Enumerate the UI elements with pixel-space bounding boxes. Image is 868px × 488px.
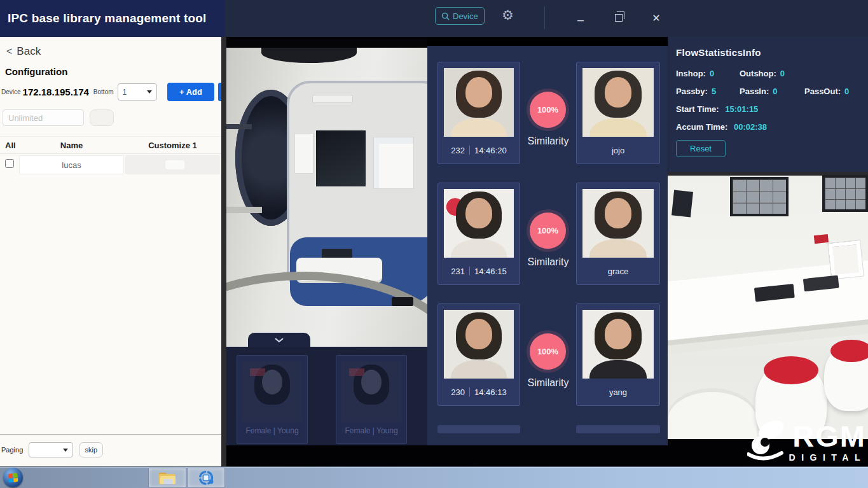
skip-button[interactable]: skip xyxy=(79,442,103,457)
library-name: jojo xyxy=(612,146,624,155)
scene-device xyxy=(754,284,795,302)
stat-outshop: Outshop:0 xyxy=(740,69,804,78)
start-time-label: Start Time: xyxy=(676,104,719,114)
detection-id-badge xyxy=(349,368,364,376)
capture-card[interactable]: 230 14:46:13 xyxy=(437,303,520,406)
library-card[interactable]: yang xyxy=(576,303,660,406)
device-row: Device 172.18.195.174 Bottom 1 xyxy=(1,83,157,101)
flow-stats-grid: Inshop:0 Outshop:0 Passby:5 PassIn:0 Pas… xyxy=(676,69,868,96)
disabled-confirm-button[interactable] xyxy=(90,109,114,126)
restore-button[interactable] xyxy=(609,9,628,27)
photo-torso xyxy=(589,239,647,258)
scene-device xyxy=(803,275,839,292)
capture-card[interactable]: 232 14:46:20 xyxy=(437,62,520,164)
stat-label: PassOut: xyxy=(804,87,841,96)
device-search-box[interactable]: Device xyxy=(435,7,485,25)
photo-torso xyxy=(451,360,507,379)
capture-card[interactable]: 231 14:46:15 xyxy=(437,183,520,285)
limit-input[interactable] xyxy=(3,109,84,126)
chevron-down-icon xyxy=(63,449,68,452)
camera-letterbox xyxy=(226,37,427,48)
library-card[interactable]: grace xyxy=(576,183,660,285)
scene-stool xyxy=(824,345,868,411)
main-camera-feed xyxy=(226,48,427,347)
detection-photo xyxy=(341,361,401,422)
capture-id: 231 xyxy=(451,267,465,276)
reset-button[interactable]: Reset xyxy=(676,140,726,157)
similarity-badge: 100% xyxy=(530,92,566,128)
close-button[interactable]: ✕ xyxy=(647,9,666,27)
detection-id-badge xyxy=(250,368,265,376)
bottom-label: Bottom xyxy=(93,88,114,95)
library-name: grace xyxy=(608,267,629,276)
taskbar-explorer-button[interactable] xyxy=(148,468,186,488)
photo-torso xyxy=(589,360,647,379)
scene-overhead-sign xyxy=(261,48,357,63)
paging-row: Paging skip xyxy=(1,440,103,459)
gear-icon[interactable]: ⚙ xyxy=(502,8,514,22)
scene-sign xyxy=(312,95,353,103)
photo-torso xyxy=(451,239,507,258)
scene-poster xyxy=(373,137,414,189)
scene-shelf xyxy=(226,207,262,213)
similarity-badge: 100% xyxy=(530,333,566,370)
library-name: yang xyxy=(609,387,627,397)
back-button[interactable]: < Back xyxy=(6,45,41,58)
library-photo xyxy=(582,310,654,379)
panel-scrollbar[interactable] xyxy=(221,37,226,466)
row-checkbox[interactable] xyxy=(5,159,14,168)
row-name: lucas xyxy=(19,155,124,174)
capture-id: 232 xyxy=(451,146,465,155)
capture-photo xyxy=(444,68,514,137)
bottom-select[interactable]: 1 xyxy=(118,83,157,101)
minimize-button[interactable]: – xyxy=(571,9,590,27)
windows-taskbar xyxy=(0,466,868,488)
back-label: Back xyxy=(17,45,41,58)
match-row: 231 14:46:15 100% Similarity grace xyxy=(427,183,668,285)
library-table: All Name Customize 1 lucas xyxy=(0,136,221,176)
capture-photo xyxy=(444,189,514,258)
stat-value: 0 xyxy=(710,69,714,78)
scene-stool-seat xyxy=(830,340,868,362)
app-window: IPC base library management tool Device … xyxy=(0,0,868,488)
stat-spacer xyxy=(804,69,868,78)
accum-time-row: Accum Time: 00:02:38 xyxy=(676,122,868,132)
start-button[interactable] xyxy=(3,468,23,487)
library-card[interactable]: jojo xyxy=(576,62,660,164)
topbar-divider xyxy=(544,6,545,29)
scene-tablet xyxy=(672,190,693,218)
caption-divider xyxy=(469,267,470,275)
table-row[interactable]: lucas xyxy=(0,154,221,176)
device-label: Device xyxy=(1,88,21,95)
paging-select[interactable] xyxy=(29,442,73,457)
scene-stool-seat xyxy=(764,356,818,384)
match-row: 230 14:46:13 100% Similarity yang xyxy=(427,303,668,406)
caption-divider xyxy=(469,146,470,155)
scene-cctv-monitor xyxy=(822,175,868,212)
accum-time-value: 00:02:38 xyxy=(734,122,767,132)
chevron-down-icon xyxy=(147,90,152,94)
scene-cctv-grid xyxy=(733,179,786,214)
table-header-row: All Name Customize 1 xyxy=(0,136,221,154)
windows-logo-icon xyxy=(8,473,18,482)
detection-attributes: Female | Young xyxy=(237,426,307,435)
detection-tray: Female | Young Female | Young xyxy=(226,347,427,445)
row-customize-cell xyxy=(125,155,220,174)
stat-value: 0 xyxy=(773,87,777,96)
device-ip: 172.18.195.174 xyxy=(23,87,89,97)
scene-device-box xyxy=(827,240,864,280)
stat-passout: PassOut:0 xyxy=(804,87,868,96)
scene-cctv-grid xyxy=(825,178,865,209)
taskbar-app-button[interactable] xyxy=(187,468,225,488)
detection-card[interactable]: Female | Young xyxy=(336,355,407,444)
add-button[interactable]: + Add xyxy=(167,83,214,101)
rgm-logo-icon xyxy=(747,419,787,464)
library-photo xyxy=(582,189,654,258)
detection-tray-toggle[interactable] xyxy=(248,333,310,347)
stat-label: Inshop: xyxy=(676,69,706,78)
capture-id: 230 xyxy=(451,387,465,397)
detection-card[interactable]: Female | Young xyxy=(237,355,308,444)
scene-counter xyxy=(668,258,868,341)
start-time-value: 15:01:15 xyxy=(725,104,758,114)
bottom-select-value: 1 xyxy=(123,88,127,97)
